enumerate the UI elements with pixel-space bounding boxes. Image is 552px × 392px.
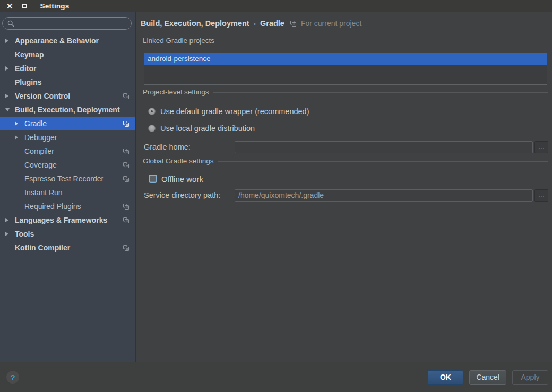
help-icon[interactable]: ? [6,371,19,384]
sidebar-item-keymap[interactable]: Keymap [0,48,135,62]
sidebar-item-appearance-behavior[interactable]: Appearance & Behavior [0,34,135,48]
linked-projects-header: Linked Gradle projects [143,35,548,46]
sidebar-item-label: Gradle [24,119,47,128]
tree-expand-arrow-icon[interactable] [5,66,15,71]
global-gradle-settings-header: Global Gradle settings [143,155,548,166]
project-level-settings-header: Project-level settings [143,86,548,97]
per-project-settings-icon [123,176,130,182]
radio-label: Use local gradle distribution [160,124,255,133]
gradle-home-label: Gradle home: [144,143,235,151]
sidebar-item-label: Languages & Frameworks [15,216,107,224]
checkbox-icon[interactable] [149,175,157,183]
radio-local-gradle-distribution[interactable]: Use local gradle distribution [148,121,552,135]
sidebar-item-gradle[interactable]: Gradle [0,117,135,130]
breadcrumb-separator-icon: › [254,20,256,28]
service-directory-input[interactable] [235,189,533,202]
per-project-settings-icon [290,20,297,27]
section-title: Project-level settings [143,88,209,96]
tree-expand-arrow-icon[interactable] [5,232,15,236]
section-rule [213,92,548,93]
breadcrumb: Build, Execution, Deployment › Gradle Fo… [136,12,552,34]
sidebar-item-label: Tools [15,230,34,238]
service-directory-row: Service directory path: … [136,189,552,202]
sidebar-item-label: Kotlin Compiler [15,243,70,252]
sidebar-item-debugger[interactable]: Debugger [0,130,135,144]
sidebar-item-label: Instant Run [24,188,63,197]
gradle-home-row: Gradle home: … [136,141,552,153]
per-project-settings-icon [123,245,130,251]
sidebar-item-version-control[interactable]: Version Control [0,89,135,103]
settings-search-box[interactable] [2,17,132,30]
section-rule [218,161,548,162]
per-project-settings-icon [123,203,130,210]
sidebar-item-label: Keymap [15,50,44,59]
sidebar-item-label: Build, Execution, Deployment [15,106,120,114]
sidebar-item-kotlin-compiler[interactable]: Kotlin Compiler [0,241,135,255]
search-icon [7,20,14,27]
apply-button[interactable]: Apply [512,370,548,385]
service-directory-label: Service directory path: [144,191,235,199]
sidebar-item-label: Coverage [24,161,57,169]
section-rule [219,41,548,41]
per-project-settings-icon [123,120,130,127]
ok-button[interactable]: OK [427,370,463,385]
offline-work-option[interactable]: Offline work [149,172,552,185]
linked-projects-list[interactable]: android-persistence [144,53,547,85]
radio-button-icon[interactable] [148,125,156,132]
sidebar-item-build-execution-deployment[interactable]: Build, Execution, Deployment [0,103,135,117]
breadcrumb-parent[interactable]: Build, Execution, Deployment [141,19,249,28]
per-project-settings-icon [123,162,130,169]
gradle-home-input[interactable] [235,141,533,153]
per-project-settings-icon [123,148,130,155]
sidebar-item-plugins[interactable]: Plugins [0,75,135,89]
sidebar-item-languages-frameworks[interactable]: Languages & Frameworks [0,213,135,227]
maximize-icon[interactable] [22,4,27,8]
settings-dialog: ✕ Settings Appearance & BehaviorKeymapEd… [0,0,552,392]
service-directory-browse-button[interactable]: … [534,189,548,202]
tree-expand-arrow-icon[interactable] [15,121,24,126]
linked-project-item[interactable]: android-persistence [144,53,547,65]
sidebar-item-label: Debugger [24,133,57,142]
radio-default-gradle-wrapper[interactable]: Use default gradle wrapper (recommended) [148,104,552,118]
sidebar-item-editor[interactable]: Editor [0,62,135,75]
sidebar-item-compiler[interactable]: Compiler [0,144,135,158]
tree-expand-arrow-icon[interactable] [5,218,15,222]
offline-work-label: Offline work [161,175,203,184]
sidebar-item-espresso-test-recorder[interactable]: Espresso Test Recorder [0,172,135,186]
sidebar-item-coverage[interactable]: Coverage [0,158,135,172]
cancel-button[interactable]: Cancel [469,370,506,385]
breadcrumb-current: Gradle [260,19,284,28]
tree-expand-arrow-icon[interactable] [5,39,15,43]
search-input[interactable] [18,20,124,28]
sidebar-item-required-plugins[interactable]: Required Plugins [0,199,135,213]
radio-label: Use default gradle wrapper (recommended) [160,107,309,116]
window-title: Settings [40,2,70,10]
sidebar-item-label: Editor [15,64,36,73]
scope-note: For current project [301,19,361,28]
section-title: Global Gradle settings [143,157,214,165]
tree-expand-arrow-icon[interactable] [5,94,15,98]
tree-expand-arrow-icon[interactable] [5,108,15,111]
sidebar-item-label: Appearance & Behavior [15,37,99,45]
section-title: Linked Gradle projects [143,37,214,45]
gradle-home-browse-button[interactable]: … [534,141,548,153]
tree-expand-arrow-icon[interactable] [15,135,24,140]
sidebar-item-label: Espresso Test Recorder [24,175,104,183]
settings-tree: Appearance & BehaviorKeymapEditorPlugins… [0,34,135,255]
radio-button-icon[interactable] [148,108,156,115]
sidebar-item-label: Plugins [15,78,42,86]
per-project-settings-icon [123,93,130,100]
gradle-settings-panel: Build, Execution, Deployment › Gradle Fo… [136,12,552,362]
settings-sidebar: Appearance & BehaviorKeymapEditorPlugins… [0,12,136,362]
sidebar-item-label: Version Control [15,92,70,100]
titlebar: ✕ Settings [0,0,552,12]
per-project-settings-icon [123,217,130,224]
sidebar-item-label: Compiler [24,147,54,155]
sidebar-item-tools[interactable]: Tools [0,227,135,241]
sidebar-item-instant-run[interactable]: Instant Run [0,186,135,199]
dialog-footer: ? OK Cancel Apply [0,362,552,392]
close-icon[interactable]: ✕ [6,2,13,10]
sidebar-item-label: Required Plugins [24,202,81,211]
